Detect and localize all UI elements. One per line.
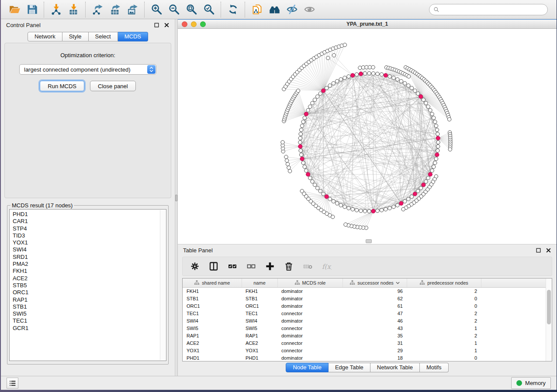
float-icon[interactable] <box>153 22 159 28</box>
column-header-MCDS-role[interactable]: MCDS role <box>277 279 343 287</box>
cell[interactable]: 0 <box>407 302 481 309</box>
add-icon[interactable] <box>264 261 276 272</box>
cell[interactable]: 1 <box>407 324 481 332</box>
cell[interactable]: 61 <box>343 302 407 309</box>
refresh-icon[interactable] <box>227 3 239 16</box>
cell[interactable]: RAP1 <box>183 332 242 339</box>
table-row[interactable]: YOX1YOX1connector291 <box>183 347 547 354</box>
cell[interactable]: SWI4 <box>242 317 277 324</box>
import-network-icon[interactable] <box>50 3 62 16</box>
table-row[interactable]: TEC1TEC1connector472 <box>183 309 547 317</box>
mcds-result-item[interactable]: RAP1 <box>13 296 166 303</box>
cell[interactable]: 1 <box>407 347 481 354</box>
network-window-titlebar[interactable]: YPA_prune.txt_1 <box>178 19 557 29</box>
close-panel-button[interactable]: Close panel <box>90 81 136 91</box>
cell[interactable]: 0 <box>407 354 481 361</box>
zoom-fit-icon[interactable] <box>185 3 197 16</box>
table-row[interactable]: STB1STB1dominator620 <box>183 295 547 302</box>
mcds-result-item[interactable]: TEC1 <box>13 317 166 324</box>
cell[interactable]: 96 <box>343 287 407 295</box>
mcds-result-item[interactable]: ACE2 <box>13 275 166 282</box>
search-box[interactable] <box>429 4 548 15</box>
column-header-shared-name[interactable]: shared name <box>183 279 242 287</box>
mcds-result-item[interactable]: SRD1 <box>13 254 166 261</box>
cell[interactable]: PHD1 <box>242 354 277 361</box>
cell[interactable]: YOX1 <box>183 347 242 354</box>
cell[interactable]: SWI5 <box>183 324 242 332</box>
mcds-result-list[interactable]: PHD1CAR1STP4TID3YOX1SWI4SRD1PMA2FKH1ACE2… <box>9 209 166 361</box>
task-history-button[interactable] <box>7 378 18 389</box>
cell[interactable]: FKH1 <box>242 287 277 295</box>
table-row[interactable]: FKH1FKH1dominator962 <box>183 287 547 295</box>
vertical-splitter[interactable] <box>175 19 178 376</box>
cell[interactable]: STB1 <box>242 295 277 302</box>
cell[interactable]: 46 <box>343 317 407 324</box>
cell[interactable]: ORC1 <box>242 302 277 309</box>
memory-button[interactable]: Memory <box>511 377 551 389</box>
node-table[interactable]: shared namenameMCDS rolesuccessor nodesp… <box>182 278 552 361</box>
cell[interactable]: RAP1 <box>242 332 277 339</box>
cell[interactable]: PHD1 <box>183 354 242 361</box>
mcds-result-item[interactable]: STB5 <box>13 282 166 289</box>
mcds-result-item[interactable]: STB1 <box>13 303 166 310</box>
cell[interactable]: 18 <box>343 354 407 361</box>
table-row[interactable]: ACE2ACE2connector311 <box>183 339 547 347</box>
cell[interactable]: dominator <box>277 317 343 324</box>
cell[interactable]: SWI4 <box>183 317 242 324</box>
table-row[interactable]: SWI4SWI4dominator462 <box>183 317 547 324</box>
gear-icon[interactable] <box>189 261 201 272</box>
window-minimize-icon[interactable] <box>191 21 197 27</box>
cell[interactable]: 43 <box>343 324 407 332</box>
cell[interactable]: FKH1 <box>183 287 242 295</box>
cell[interactable]: 2 <box>407 309 481 317</box>
cell[interactable]: 2 <box>407 317 481 324</box>
cell[interactable]: 47 <box>343 309 407 317</box>
window-maximize-icon[interactable] <box>200 21 206 27</box>
cell[interactable]: dominator <box>277 302 343 309</box>
network-graph[interactable] <box>178 29 557 244</box>
cell[interactable]: 31 <box>343 339 407 347</box>
mcds-result-item[interactable]: ORC1 <box>13 289 166 296</box>
tab-select[interactable]: Select <box>89 32 118 41</box>
deselect-all-icon[interactable] <box>246 261 257 272</box>
cell[interactable]: connector <box>277 309 343 317</box>
mcds-result-item[interactable]: FKH1 <box>13 268 166 275</box>
cell[interactable]: ACE2 <box>183 339 242 347</box>
export-network-icon[interactable] <box>91 3 104 16</box>
tab-network-table[interactable]: Network Table <box>370 363 420 372</box>
scrollbar-thumb[interactable] <box>547 290 551 324</box>
show-graphics-details-icon[interactable] <box>303 3 315 16</box>
canvas-splitter-grip[interactable] <box>366 239 372 243</box>
cell[interactable]: 1 <box>407 339 481 347</box>
column-header-successor-nodes[interactable]: successor nodes <box>343 279 407 287</box>
table-row[interactable]: ORC1ORC1dominator610 <box>183 302 547 309</box>
select-all-icon[interactable] <box>227 261 238 272</box>
cell[interactable]: TEC1 <box>183 309 242 317</box>
mcds-result-item[interactable]: YOX1 <box>13 239 166 246</box>
cell[interactable]: dominator <box>277 332 343 339</box>
cell[interactable]: STB1 <box>183 295 242 302</box>
window-close-icon[interactable] <box>182 21 187 27</box>
cell[interactable]: connector <box>277 324 343 332</box>
mcds-result-item[interactable]: SWI5 <box>13 310 166 317</box>
cell[interactable]: dominator <box>277 287 343 295</box>
cell[interactable]: 0 <box>407 295 481 302</box>
close-icon[interactable] <box>163 22 170 28</box>
run-mcds-button[interactable]: Run MCDS <box>40 81 84 91</box>
cell[interactable]: TEC1 <box>242 309 277 317</box>
cell[interactable]: 35 <box>343 332 407 339</box>
cell[interactable]: ACE2 <box>242 339 277 347</box>
mcds-result-item[interactable]: CAR1 <box>13 218 166 225</box>
column-header-predecessor-nodes[interactable]: predecessor nodes <box>407 279 481 287</box>
tab-mcds[interactable]: MCDS <box>118 32 148 41</box>
export-image-icon[interactable] <box>126 3 138 16</box>
tab-edge-table[interactable]: Edge Table <box>329 363 370 372</box>
table-row[interactable]: RAP1RAP1dominator352 <box>183 332 547 339</box>
cell[interactable]: dominator <box>277 295 343 302</box>
mcds-result-item[interactable]: PHD1 <box>13 211 166 218</box>
cell[interactable]: 2 <box>407 332 481 339</box>
zoom-out-icon[interactable] <box>168 3 180 16</box>
export-table-icon[interactable] <box>109 3 121 16</box>
column-header-name[interactable]: name <box>242 279 277 287</box>
import-table-icon[interactable] <box>67 3 80 16</box>
